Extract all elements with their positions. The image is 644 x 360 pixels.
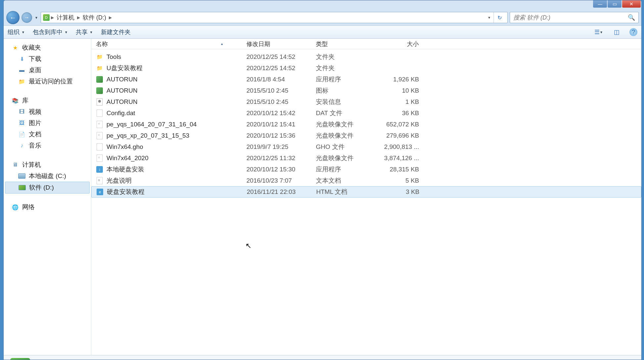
chevron-down-icon: ▼ <box>600 30 603 34</box>
file-name-cell: 📁Tools <box>91 53 242 61</box>
file-date-cell: 2020/10/12 15:36 <box>242 132 311 139</box>
file-name: 光盘说明 <box>107 176 132 185</box>
file-row[interactable]: 📁Tools2020/12/25 14:52文件夹 <box>91 51 641 63</box>
explorer-window: — ▭ ✕ ← → ▼ D ▶ 计算机 ▶ 软件 (D:) ▶ ▾ ↻ 🔍 组织… <box>3 0 642 360</box>
file-name: Config.dat <box>107 110 135 117</box>
file-size-cell: 1,926 KB <box>379 76 424 83</box>
address-bar[interactable]: D ▶ 计算机 ▶ 软件 (D:) ▶ ▾ ↻ <box>41 12 508 23</box>
drive-status-icon <box>10 358 30 360</box>
file-row[interactable]: e硬盘安装教程2016/11/21 22:03HTML 文档3 KB <box>91 186 641 198</box>
file-row[interactable]: ↓本地硬盘安装2020/10/12 15:30应用程序28,315 KB <box>91 164 641 175</box>
sidebar-videos[interactable]: 🎞视频 <box>4 106 91 117</box>
file-row[interactable]: 📁U盘安装教程2020/12/25 14:52文件夹 <box>91 63 641 74</box>
maximize-button[interactable]: ▭ <box>608 0 622 8</box>
file-name-cell: Win7x64_2020 <box>91 155 242 162</box>
file-rows: 📁Tools2020/12/25 14:52文件夹📁U盘安装教程2020/12/… <box>91 49 641 198</box>
file-name: Tools <box>107 53 121 61</box>
file-row[interactable]: pe_yqs_1064_20_07_31_16_042020/10/12 15:… <box>91 119 641 130</box>
search-input[interactable] <box>513 14 623 21</box>
navigation-bar: ← → ▼ D ▶ 计算机 ▶ 软件 (D:) ▶ ▾ ↻ 🔍 <box>4 10 641 25</box>
status-bar: 13 个对象 <box>4 355 641 360</box>
file-name: AUTORUN <box>107 87 138 94</box>
iso-icon <box>96 132 103 139</box>
forward-button[interactable]: → <box>21 12 32 23</box>
close-button[interactable]: ✕ <box>622 0 641 8</box>
file-name-cell: 📁U盘安装教程 <box>91 64 242 72</box>
file-name-cell: e硬盘安装教程 <box>92 188 242 196</box>
main-pane: ★收藏夹 ⬇下载 ▬桌面 📁最近访问的位置 📚库 🎞视频 🖼图片 📄文档 ♪音乐… <box>4 39 641 355</box>
new-folder-button[interactable]: 新建文件夹 <box>101 28 131 36</box>
file-date-cell: 2020/12/25 14:52 <box>242 65 311 72</box>
column-name[interactable]: 名称▲ <box>91 40 242 48</box>
file-name: pe_yqs_1064_20_07_31_16_04 <box>107 121 197 128</box>
sidebar-drive-c[interactable]: 本地磁盘 (C:) <box>4 170 91 182</box>
file-row[interactable]: Win7x64.gho2019/9/7 19:25GHO 文件2,900,813… <box>91 141 641 153</box>
column-date[interactable]: 修改日期 <box>242 40 311 48</box>
breadcrumb-drive[interactable]: 软件 (D:) <box>81 13 107 22</box>
sidebar-music[interactable]: ♪音乐 <box>4 140 91 151</box>
breadcrumb-sep-icon: ▶ <box>109 15 112 20</box>
file-row[interactable]: AUTORUN2015/5/10 2:45安装信息1 KB <box>91 96 641 108</box>
file-size-cell: 3 KB <box>379 188 424 196</box>
sidebar-computer[interactable]: 🖥计算机 <box>4 159 91 170</box>
file-name: 硬盘安装教程 <box>107 188 145 196</box>
file-row[interactable]: AUTORUN2016/1/8 4:54应用程序1,926 KB <box>91 74 641 85</box>
music-icon: ♪ <box>18 142 25 149</box>
computer-group: 🖥计算机 本地磁盘 (C:) 软件 (D:) <box>4 159 91 194</box>
back-button[interactable]: ← <box>6 11 20 24</box>
chevron-down-icon: ▼ <box>90 30 93 34</box>
sidebar-pictures[interactable]: 🖼图片 <box>4 117 91 129</box>
sidebar-documents[interactable]: 📄文档 <box>4 129 91 140</box>
file-row[interactable]: 光盘说明2016/10/23 7:07文本文档5 KB <box>91 175 641 186</box>
sidebar-desktop[interactable]: ▬桌面 <box>4 65 91 76</box>
view-mode-button[interactable]: ☰ ▼ <box>594 27 604 37</box>
refresh-button[interactable]: ↻ <box>494 12 505 23</box>
share-menu[interactable]: 共享▼ <box>76 28 93 36</box>
include-in-library-menu[interactable]: 包含到库中▼ <box>33 28 68 36</box>
sidebar-drive-d[interactable]: 软件 (D:) <box>5 182 90 194</box>
file-name: Win7x64.gho <box>107 143 143 151</box>
file-list-pane: 名称▲ 修改日期 类型 大小 📁Tools2020/12/25 14:52文件夹… <box>91 39 641 355</box>
sort-asc-icon: ▲ <box>220 42 224 46</box>
file-name-cell: Win7x64.gho <box>91 143 242 151</box>
sidebar-network[interactable]: 🌐网络 <box>4 202 91 213</box>
picture-icon: 🖼 <box>18 120 25 126</box>
minimize-button[interactable]: — <box>593 0 607 8</box>
exe-icon <box>96 76 103 83</box>
column-size[interactable]: 大小 <box>379 40 424 48</box>
history-dropdown[interactable]: ▼ <box>34 14 39 22</box>
txt-icon <box>96 177 103 184</box>
file-size-cell: 3,874,126 ... <box>379 155 424 162</box>
search-box[interactable]: 🔍 <box>510 12 639 23</box>
sidebar-favorites[interactable]: ★收藏夹 <box>4 42 91 53</box>
file-size-cell: 36 KB <box>379 110 424 117</box>
recent-icon: 📁 <box>18 78 25 85</box>
file-row[interactable]: Config.dat2020/10/12 15:42DAT 文件36 KB <box>91 108 641 119</box>
file-row[interactable]: AUTORUN2015/5/10 2:45图标10 KB <box>91 85 641 96</box>
file-name: 本地硬盘安装 <box>107 165 144 174</box>
iso-icon <box>96 155 103 162</box>
sidebar-libraries[interactable]: 📚库 <box>4 95 91 106</box>
search-icon[interactable]: 🔍 <box>628 14 635 21</box>
file-row[interactable]: pe_yqs_xp_20_07_31_15_532020/10/12 15:36… <box>91 130 641 141</box>
network-group: 🌐网络 <box>4 202 91 213</box>
file-size-cell: 652,072 KB <box>379 121 424 128</box>
file-name: pe_yqs_xp_20_07_31_15_53 <box>107 132 189 139</box>
file-row[interactable]: Win7x64_20202020/12/25 11:32光盘映像文件3,874,… <box>91 153 641 164</box>
breadcrumb-computer[interactable]: 计算机 <box>55 13 76 22</box>
sidebar-recent[interactable]: 📁最近访问的位置 <box>4 76 91 87</box>
help-button[interactable]: ? <box>629 28 637 36</box>
file-size-cell: 1 KB <box>379 98 424 106</box>
address-dropdown-icon[interactable]: ▾ <box>486 15 492 20</box>
file-name-cell: ↓本地硬盘安装 <box>91 165 242 174</box>
preview-pane-button[interactable]: ◫ <box>612 27 622 37</box>
desktop-icon: ▬ <box>18 67 25 73</box>
sidebar-downloads[interactable]: ⬇下载 <box>4 53 91 65</box>
star-icon: ★ <box>12 44 19 51</box>
file-size-cell: 5 KB <box>379 177 424 184</box>
organize-menu[interactable]: 组织▼ <box>8 28 25 36</box>
file-date-cell: 2016/10/23 7:07 <box>242 177 311 184</box>
drive-icon <box>18 173 25 179</box>
computer-icon: 🖥 <box>12 161 19 168</box>
column-type[interactable]: 类型 <box>311 40 379 48</box>
